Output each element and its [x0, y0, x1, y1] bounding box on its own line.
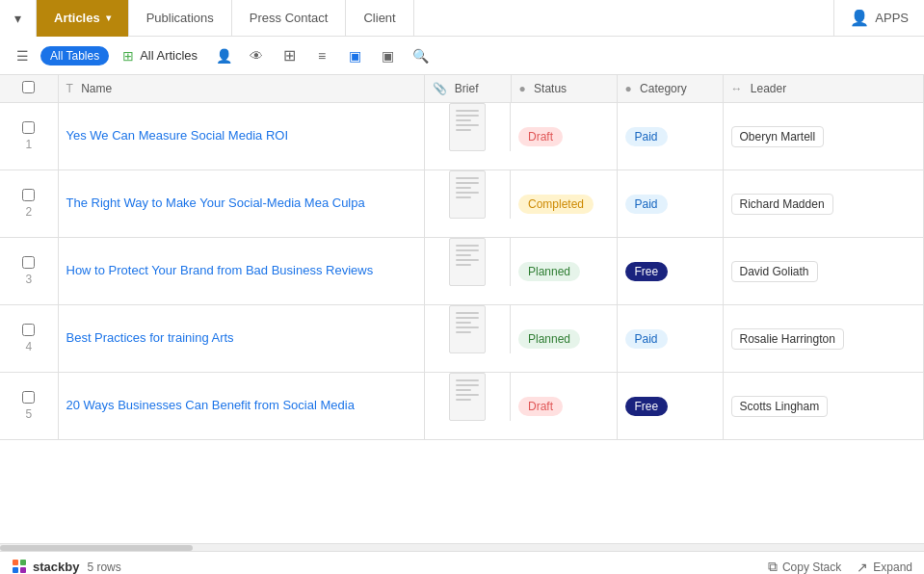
col-category-label: Category: [640, 82, 687, 95]
row-number: 1: [0, 103, 58, 170]
nav-tab-articles[interactable]: Articles ▾: [37, 0, 129, 37]
brief-line-3: [456, 254, 471, 256]
row-name-cell: Best Practices for training Arts: [58, 305, 424, 373]
menu-icon[interactable]: ☰: [8, 42, 37, 69]
category-badge: Paid: [625, 127, 668, 146]
brief-line-2: [456, 115, 479, 117]
row-name-link[interactable]: Best Practices for training Arts: [66, 330, 234, 345]
all-tables-label: All Tables: [50, 49, 99, 63]
search-icon[interactable]: 🔍: [406, 42, 435, 69]
nav-tab-articles-arrow: ▾: [106, 13, 111, 23]
brief-thumbnail: [449, 170, 486, 219]
filter-icon[interactable]: ⊞: [275, 42, 304, 69]
expand-button[interactable]: ↗ Expand: [857, 560, 912, 575]
people-icon[interactable]: 👤: [209, 42, 238, 69]
nav-collapse-btn[interactable]: ▾: [0, 0, 37, 37]
row-brief-cell: [425, 373, 512, 421]
row-name-link[interactable]: The Right Way to Make Your Social-Media …: [66, 196, 365, 210]
type-icon: T: [66, 82, 73, 95]
status-badge: Draft: [518, 397, 563, 416]
brief-thumbnail: [449, 305, 486, 353]
row-checkbox[interactable]: [22, 121, 35, 134]
svg-rect-3: [20, 567, 26, 573]
row-checkbox[interactable]: [22, 324, 35, 336]
brief-lines: [456, 379, 479, 401]
brief-line-3: [456, 322, 471, 324]
row-status-cell: Completed: [511, 170, 617, 238]
nav-tab-press-contact-label: Press Contact: [250, 11, 329, 25]
row-name-link[interactable]: Yes We Can Measure Social Media ROI: [66, 128, 289, 143]
row-number: 2: [0, 170, 58, 238]
scrollbar-thumb[interactable]: [0, 545, 193, 551]
row-name-link[interactable]: 20 Ways Businesses Can Benefit from Soci…: [66, 398, 355, 412]
col-status-label: Status: [534, 82, 567, 95]
eye-icon[interactable]: 👁: [242, 42, 271, 69]
copy-stack-label: Copy Stack: [782, 561, 841, 574]
svg-rect-0: [13, 560, 18, 565]
row-number: 5: [0, 373, 58, 440]
sort-icon[interactable]: ≡: [307, 42, 336, 69]
nav-tab-client-label: Client: [363, 11, 395, 25]
brief-line-3: [456, 187, 471, 189]
nav-tab-publications[interactable]: Publications: [129, 0, 232, 37]
row-brief-cell: [425, 238, 512, 286]
row-name-cell: Yes We Can Measure Social Media ROI: [58, 103, 424, 170]
brief-line-4: [456, 124, 479, 126]
brief-lines: [456, 245, 479, 266]
brief-line-1: [456, 379, 479, 381]
brief-line-2: [456, 249, 479, 251]
nav-tab-client[interactable]: Client: [346, 0, 413, 37]
leader-badge: Richard Madden: [731, 194, 833, 215]
row-leader-cell: Scotts Lingham: [723, 373, 924, 440]
table-header-row: T Name 📎 Brief ● Status ● Category ↔: [0, 75, 924, 103]
brief-lines: [456, 177, 479, 198]
status-badge: Draft: [518, 127, 563, 146]
row-leader-cell: David Goliath: [723, 238, 924, 305]
copy-stack-button[interactable]: ⧉ Copy Stack: [768, 559, 841, 574]
all-tables-tag[interactable]: All Tables: [40, 46, 109, 65]
status-badge: Planned: [518, 329, 580, 349]
col-check: [0, 75, 58, 103]
expand-label: Expand: [873, 561, 912, 574]
row-category-cell: Paid: [617, 170, 723, 238]
brief-line-1: [456, 110, 479, 112]
expand-icon: ↗: [857, 560, 868, 575]
row-brief-cell: [425, 170, 512, 219]
category-badge: Free: [625, 397, 669, 416]
apps-button[interactable]: 👤 APPS: [833, 0, 924, 37]
select-all-checkbox[interactable]: [22, 81, 35, 93]
status-dot-icon: ●: [519, 82, 526, 95]
table-row: 2 The Right Way to Make Your Social-Medi…: [0, 170, 924, 238]
stackby-logo: stackby: [12, 559, 79, 575]
apps-icon: 👤: [850, 9, 869, 27]
svg-rect-1: [20, 560, 26, 565]
row-checkbox[interactable]: [22, 391, 35, 404]
group-icon[interactable]: ▣: [340, 42, 369, 69]
svg-rect-2: [13, 567, 18, 573]
row-checkbox[interactable]: [22, 189, 35, 201]
row-brief-cell: [425, 103, 512, 151]
brief-line-5: [456, 129, 471, 131]
brief-line-1: [456, 177, 479, 179]
brief-line-3: [456, 119, 471, 121]
row-name-link[interactable]: How to Protect Your Brand from Bad Busin…: [66, 263, 374, 277]
row-name-cell: How to Protect Your Brand from Bad Busin…: [58, 238, 424, 305]
brief-line-2: [456, 317, 479, 319]
row-checkbox[interactable]: [22, 256, 35, 269]
row-number: 4: [0, 305, 58, 373]
leader-badge: Rosalie Harrington: [731, 328, 844, 350]
brief-line-2: [456, 384, 479, 386]
table-row: 5 20 Ways Businesses Can Benefit from So…: [0, 373, 924, 440]
nav-tab-press-contact[interactable]: Press Contact: [232, 0, 347, 37]
horizontal-scrollbar[interactable]: [0, 543, 924, 551]
all-articles-view[interactable]: ⊞ All Articles: [115, 42, 205, 69]
row-brief-cell: [425, 305, 512, 353]
view-toggle-icon[interactable]: ▣: [373, 42, 402, 69]
brief-line-5: [456, 264, 471, 266]
col-leader: ↔ Leader: [723, 75, 924, 103]
row-number: 3: [0, 238, 58, 305]
col-name-label: Name: [81, 82, 112, 95]
row-status-cell: Draft: [511, 103, 617, 170]
leader-badge: David Goliath: [731, 261, 818, 282]
grid-icon: ⊞: [122, 48, 134, 64]
